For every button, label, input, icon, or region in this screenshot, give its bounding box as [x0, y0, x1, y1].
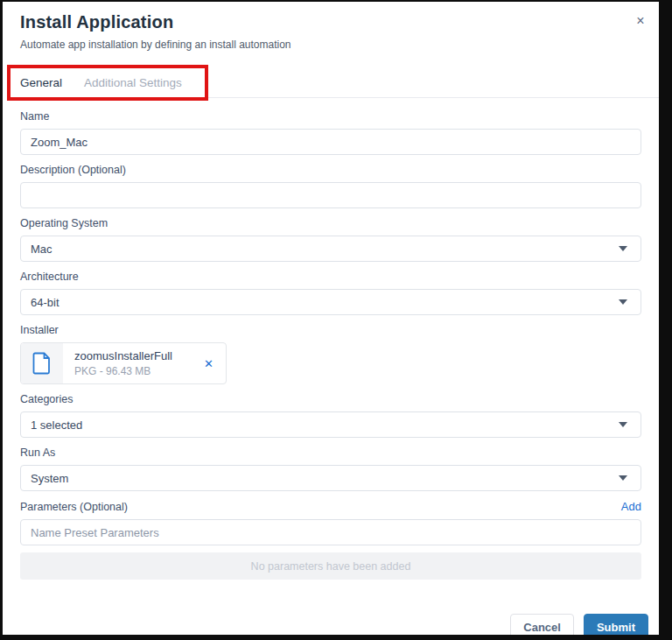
operating-system-field-group: Operating System Mac: [20, 217, 641, 262]
run-as-value: System: [31, 472, 68, 485]
name-input[interactable]: [20, 129, 641, 155]
page-title: Install Application: [20, 12, 641, 32]
operating-system-label: Operating System: [20, 217, 641, 229]
file-name: zoomusInstallerFull: [74, 349, 204, 363]
annotation-highlight-box: General Additional Settings: [7, 65, 208, 101]
description-input[interactable]: [20, 182, 641, 208]
architecture-label: Architecture: [20, 271, 641, 283]
installer-file-card: zoomusInstallerFull PKG - 96.43 MB ✕: [20, 342, 227, 384]
chevron-down-icon: [619, 246, 627, 251]
tab-general[interactable]: General: [20, 76, 62, 89]
run-as-select[interactable]: System: [20, 465, 641, 491]
operating-system-select[interactable]: Mac: [20, 236, 641, 262]
chevron-down-icon: [619, 422, 627, 427]
architecture-select[interactable]: 64-bit: [20, 289, 641, 315]
operating-system-value: Mac: [31, 243, 52, 256]
parameters-empty-state: No parameters have been added: [20, 552, 641, 580]
architecture-field-group: Architecture 64-bit: [20, 271, 641, 315]
categories-label: Categories: [20, 393, 641, 405]
run-as-label: Run As: [20, 447, 641, 459]
submit-button[interactable]: Submit: [584, 614, 648, 640]
categories-value: 1 selected: [31, 418, 82, 432]
run-as-field-group: Run As System: [20, 447, 641, 491]
parameters-label-row: Parameters (Optional) Add: [20, 500, 641, 513]
tab-bar: General Additional Settings: [3, 65, 659, 102]
remove-file-icon[interactable]: ✕: [204, 357, 214, 370]
parameters-label: Parameters (Optional): [20, 501, 128, 513]
parameters-field-group: Parameters (Optional) Add: [20, 500, 641, 545]
close-icon[interactable]: ×: [631, 12, 650, 32]
install-application-modal: Install Application Automate app install…: [0, 0, 672, 640]
modal-footer: Cancel Submit: [3, 614, 659, 640]
categories-select[interactable]: 1 selected: [20, 411, 641, 438]
cancel-button[interactable]: Cancel: [510, 614, 574, 640]
name-field-group: Name: [20, 110, 641, 155]
chevron-down-icon: [619, 299, 627, 305]
categories-field-group: Categories 1 selected: [20, 393, 641, 438]
parameters-input[interactable]: [20, 519, 641, 545]
architecture-value: 64-bit: [31, 296, 60, 309]
add-parameter-link[interactable]: Add: [621, 500, 641, 513]
file-info: zoomusInstallerFull PKG - 96.43 MB: [63, 349, 204, 377]
installer-label: Installer: [20, 324, 641, 336]
name-label: Name: [20, 110, 641, 123]
file-icon: [21, 343, 63, 383]
installer-field-group: Installer zoomusInstallerFull PKG - 96.4…: [20, 324, 641, 384]
modal-subtitle: Automate app installation by defining an…: [20, 39, 641, 51]
tab-additional-settings[interactable]: Additional Settings: [84, 76, 182, 89]
chevron-down-icon: [619, 475, 627, 481]
description-label: Description (Optional): [20, 164, 641, 176]
description-field-group: Description (Optional): [20, 164, 641, 208]
file-meta: PKG - 96.43 MB: [74, 365, 204, 377]
modal-header: Install Application Automate app install…: [3, 2, 659, 51]
